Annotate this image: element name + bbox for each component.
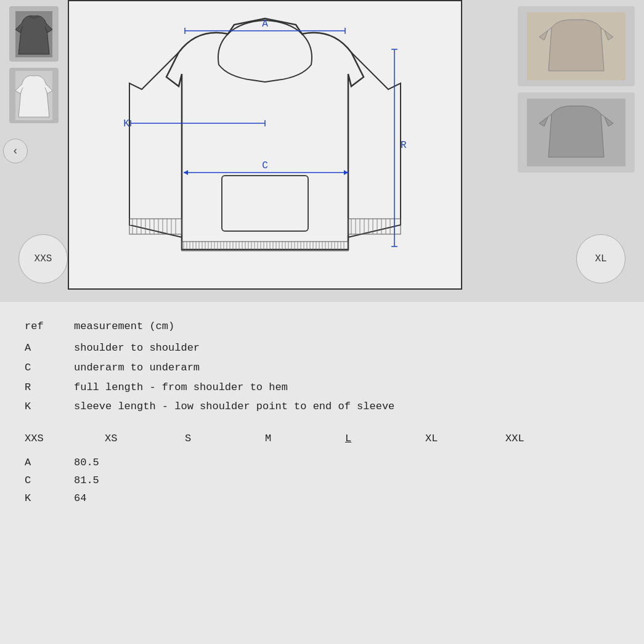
svg-rect-2: [92, 15, 438, 274]
legend-desc-c: underarm to underarm: [74, 361, 619, 375]
legend-desc-a: shoulder to shoulder: [74, 341, 619, 356]
header-meas-label: measurement (cm): [74, 320, 619, 332]
meas-row-a: A 80.5: [25, 457, 619, 468]
size-xl-button[interactable]: XL: [576, 234, 626, 283]
size-diagram-modal: A R K C: [68, 0, 462, 290]
legend-ref-k: K: [25, 399, 74, 414]
prev-button[interactable]: ‹: [3, 139, 28, 163]
chevron-left-icon: ‹: [12, 145, 19, 157]
meas-ref-a: A: [25, 457, 74, 468]
size-xl-label: XL: [595, 253, 606, 264]
legend-item-a: A shoulder to shoulder: [25, 341, 619, 356]
svg-text:K: K: [123, 118, 129, 129]
meas-row-k: K 64: [25, 492, 619, 504]
size-col-xs: XS: [105, 433, 185, 444]
size-col-xl: XL: [425, 433, 505, 444]
thumbnail-grey-1[interactable]: [518, 92, 635, 173]
header-ref-label: ref: [25, 320, 74, 332]
svg-text:R: R: [401, 140, 407, 151]
meas-val-c: 81.5: [74, 475, 154, 486]
legend-desc-r: full length - from shoulder to hem: [74, 380, 619, 395]
thumb-svg-white: [15, 71, 52, 120]
meas-val-k: 64: [74, 492, 154, 504]
legend-ref-a: A: [25, 341, 74, 356]
svg-text:A: A: [262, 18, 268, 30]
legend-item-c: C underarm to underarm: [25, 361, 619, 375]
size-col-l: L: [345, 433, 425, 444]
size-xxs-button[interactable]: XXS: [18, 234, 68, 283]
hoodie-diagram-svg: A R K C: [92, 15, 438, 274]
size-col-s: S: [185, 433, 265, 444]
meas-ref-k: K: [25, 492, 74, 504]
size-xxs-label: XXS: [35, 253, 52, 264]
measurements-values: A 80.5 C 81.5 K 64: [25, 457, 619, 504]
size-col-xxl: XXL: [505, 433, 585, 444]
thumb-right-svg-2: [527, 99, 626, 166]
thumbnail-dark[interactable]: [9, 6, 59, 62]
meas-ref-c: C: [25, 475, 74, 486]
legend-desc-k: sleeve length - low shoulder point to en…: [74, 399, 619, 414]
size-col-m: M: [265, 433, 345, 444]
legend-item-k: K sleeve length - low shoulder point to …: [25, 399, 619, 414]
size-info-panel: ref measurement (cm) A shoulder to shoul…: [0, 302, 644, 644]
meas-row-c: C 81.5: [25, 475, 619, 486]
thumbnail-white[interactable]: [9, 68, 59, 123]
legend-ref-r: R: [25, 380, 74, 395]
measurements-legend: A shoulder to shoulder C underarm to und…: [25, 341, 619, 414]
svg-text:C: C: [262, 160, 268, 171]
size-col-xxs: XXS: [25, 433, 105, 444]
legend-header: ref measurement (cm): [25, 320, 619, 332]
thumbnail-beige-1[interactable]: [518, 6, 635, 86]
thumb-right-svg-1: [527, 12, 626, 80]
product-carousel: ‹: [0, 0, 644, 302]
sizes-header-row: XXS XS S M L XL XXL: [25, 433, 619, 444]
meas-val-a: 80.5: [74, 457, 154, 468]
legend-ref-c: C: [25, 361, 74, 375]
legend-item-r: R full length - from shoulder to hem: [25, 380, 619, 395]
thumb-svg-dark: [15, 11, 52, 57]
